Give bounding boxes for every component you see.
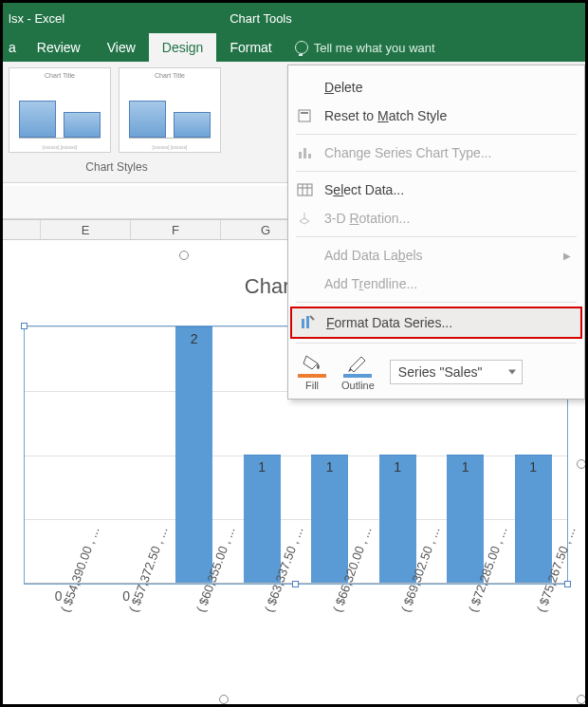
cm-format-data-series[interactable]: Format Data Series...: [290, 307, 582, 339]
svg-rect-2: [299, 152, 302, 158]
blank-icon: [296, 274, 315, 293]
chart-styles-caption: Chart Styles: [3, 157, 230, 174]
cm-label: otation...: [359, 211, 411, 226]
bar-label: 1: [244, 459, 281, 474]
chart-styles-group: Chart Title [xxxxxx] [xxxxxx] Chart Titl…: [3, 62, 230, 183]
series-selector[interactable]: Series "Sales": [390, 360, 523, 384]
svg-rect-1: [301, 112, 308, 114]
outline-button[interactable]: Outline: [341, 353, 375, 391]
cm-label: Change Series Chart Type...: [324, 145, 491, 160]
svg-rect-10: [306, 316, 309, 328]
mini-label: Outline: [341, 380, 375, 391]
selection-handle[interactable]: [179, 251, 189, 260]
cm-label: atch Style: [389, 108, 447, 123]
cm-add-trendline: Add Trendline...: [288, 270, 584, 298]
bulb-icon: [295, 41, 308, 54]
selection-handle[interactable]: [577, 695, 586, 704]
titlebar: lsx - Excel Chart Tools: [3, 3, 585, 33]
bar-label: 1: [515, 459, 552, 474]
bar-label: 1: [379, 459, 416, 474]
tab-format[interactable]: Format: [216, 33, 285, 62]
svg-rect-5: [298, 184, 312, 195]
reset-icon: [296, 106, 315, 125]
blank-icon: [296, 78, 315, 97]
chart-style-thumb[interactable]: Chart Title [xxxxxx] [xxxxxx]: [119, 67, 221, 153]
col-header-e[interactable]: E: [41, 220, 131, 239]
mini-toolbar: Fill Outline Series "Sales": [288, 347, 584, 393]
col-header-f[interactable]: F: [131, 220, 221, 239]
selection-handle[interactable]: [577, 459, 586, 469]
tab-design[interactable]: Design: [149, 33, 217, 62]
context-menu: Delete Reset to Match Style Change Serie…: [287, 65, 585, 400]
format-series-icon: [298, 313, 317, 332]
chart-tools-label: Chart Tools: [230, 11, 292, 26]
svg-rect-0: [299, 110, 310, 121]
fill-button[interactable]: Fill: [298, 353, 326, 391]
tell-me-text: Tell me what you want: [314, 41, 435, 55]
blank-icon: [296, 246, 315, 265]
mini-label: Fill: [305, 380, 319, 391]
col-header[interactable]: [3, 220, 41, 239]
thumb-title: Chart Title: [119, 72, 220, 79]
chevron-right-icon: ▶: [563, 251, 571, 261]
tell-me[interactable]: Tell me what you want: [285, 33, 435, 62]
bar-label: 1: [447, 459, 484, 474]
cm-label: els: [406, 248, 423, 263]
svg-rect-4: [308, 154, 311, 158]
cm-label: endline...: [363, 276, 417, 291]
selection-handle[interactable]: [219, 695, 229, 704]
bar-label: 1: [311, 459, 348, 474]
cm-3d-rotation: 3-D Rotation...: [288, 204, 584, 233]
chart-type-icon: [296, 143, 315, 162]
ribbon-tabs: a Review View Design Format Tell me what…: [3, 33, 585, 62]
cm-label: ormat Data Series...: [335, 315, 453, 330]
tab-review[interactable]: Review: [24, 33, 94, 62]
cm-change-chart-type: Change Series Chart Type...: [288, 139, 584, 167]
cm-add-data-labels: Add Data Labels ▶: [288, 241, 584, 270]
thumb-title: Chart Title: [9, 72, 110, 79]
cm-reset[interactable]: Reset to Match Style: [288, 102, 584, 130]
cm-label: elete: [334, 80, 362, 95]
outline-icon: [346, 353, 369, 372]
fill-icon: [301, 353, 323, 372]
x-axis-labels: ( $54,390.00 , ... ( $57,372.50 , ... ( …: [24, 592, 568, 698]
rotation-icon: [296, 209, 315, 228]
doc-name: lsx - Excel: [3, 11, 64, 26]
svg-rect-3: [303, 148, 306, 158]
cm-delete[interactable]: Delete: [288, 73, 584, 102]
tab-partial[interactable]: a: [3, 33, 24, 62]
chart-style-thumb[interactable]: Chart Title [xxxxxx] [xxxxxx]: [9, 67, 111, 153]
cm-label: ect Data...: [343, 182, 404, 197]
svg-rect-9: [302, 319, 304, 328]
tab-view[interactable]: View: [94, 33, 149, 62]
bar-label: 2: [175, 331, 212, 346]
cm-select-data[interactable]: Select Data...: [288, 176, 584, 204]
select-data-icon: [296, 180, 315, 199]
